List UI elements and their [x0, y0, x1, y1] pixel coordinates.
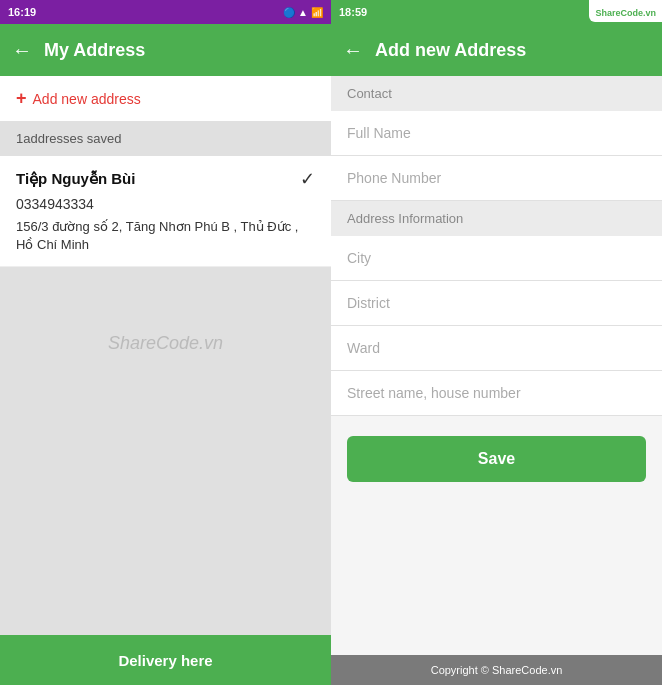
street-input[interactable]: [331, 371, 662, 416]
city-input[interactable]: [331, 236, 662, 281]
time-left: 16:19: [8, 6, 36, 18]
plus-icon: +: [16, 88, 27, 109]
page-title-left: My Address: [44, 40, 145, 61]
add-new-label: Add new address: [33, 91, 141, 107]
phone-number-input[interactable]: [331, 156, 662, 201]
save-btn-container: Save: [331, 416, 662, 502]
delivery-here-label: Delivery here: [118, 652, 212, 669]
delivery-here-bar[interactable]: Delivery here: [0, 635, 331, 685]
page-title-right: Add new Address: [375, 40, 526, 61]
time-right: 18:59: [339, 6, 367, 18]
left-panel: 16:19 🔵 ▲ 📶 ← My Address + Add new addre…: [0, 0, 331, 685]
full-name-input[interactable]: [331, 111, 662, 156]
add-new-address-button[interactable]: + Add new address: [0, 76, 331, 121]
contact-section-label: Contact: [331, 76, 662, 111]
status-bar-left: 16:19 🔵 ▲ 📶: [0, 0, 331, 24]
status-icons-left: 🔵 ▲ 📶: [283, 7, 323, 18]
address-phone: 0334943334: [16, 196, 315, 212]
copyright-text: Copyright © ShareCode.vn: [431, 664, 563, 676]
save-button[interactable]: Save: [347, 436, 646, 482]
address-form: Contact Address Information Save: [331, 76, 662, 685]
saved-count-text: 1addresses saved: [16, 131, 122, 146]
saved-count-bar: 1addresses saved: [0, 121, 331, 156]
header-left: ← My Address: [0, 24, 331, 76]
address-name-row: Tiệp Nguyễn Bùi ✓: [16, 168, 315, 190]
sharecode-logo: ShareCode.vn: [589, 0, 662, 22]
copyright-bar: Copyright © ShareCode.vn: [331, 655, 662, 685]
header-right: ← Add new Address: [331, 24, 662, 76]
back-button-left[interactable]: ←: [12, 39, 32, 62]
address-card[interactable]: Tiệp Nguyễn Bùi ✓ 0334943334 156/3 đường…: [0, 156, 331, 267]
right-panel: 18:59 📶 🔋 ShareCode.vn ← Add new Address…: [331, 0, 662, 685]
ward-input[interactable]: [331, 326, 662, 371]
watermark-left: ShareCode.vn: [108, 332, 223, 353]
check-icon: ✓: [300, 168, 315, 190]
gray-area: ShareCode.vn: [0, 267, 331, 635]
district-input[interactable]: [331, 281, 662, 326]
back-button-right[interactable]: ←: [343, 39, 363, 62]
address-text: 156/3 đường số 2, Tăng Nhơn Phú B , Thủ …: [16, 218, 315, 254]
address-section-label: Address Information: [331, 201, 662, 236]
address-owner-name: Tiệp Nguyễn Bùi: [16, 170, 135, 188]
